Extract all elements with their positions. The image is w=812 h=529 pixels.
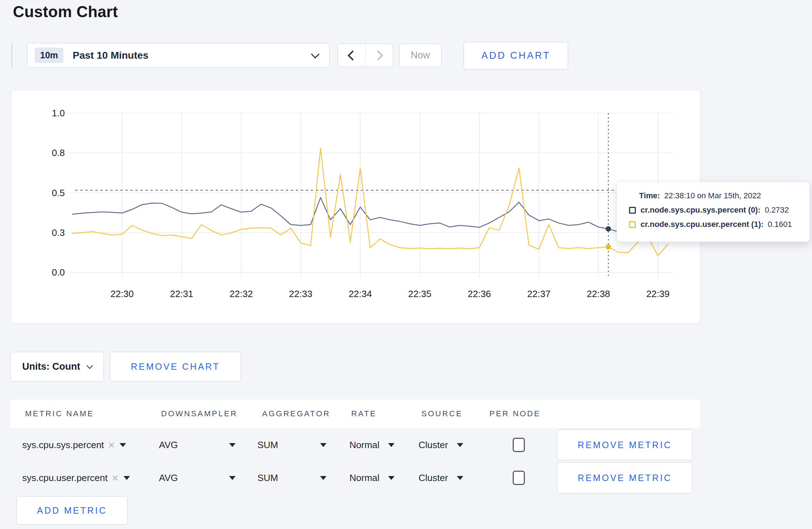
tooltip-series-value: 0.1601 — [768, 220, 792, 229]
y-axis-label: 0.8 — [52, 147, 65, 158]
x-axis-label: 22:31 — [170, 288, 193, 299]
add-chart-button[interactable]: ADD CHART — [464, 42, 568, 69]
add-metric-button[interactable]: ADD METRIC — [16, 496, 127, 525]
hover-dot-1 — [606, 244, 611, 249]
rate-select[interactable]: Normal — [349, 469, 395, 487]
column-header-metric-name: METRIC NAME — [25, 399, 94, 428]
series-line-1 — [72, 148, 668, 256]
metric-name-select[interactable]: sys.cpu.sys.percent × — [22, 436, 134, 454]
source-select[interactable]: Cluster — [419, 469, 463, 487]
custom-chart-page: Custom Chart 10m Past 10 Minutes Now ADD… — [0, 0, 812, 529]
chart-tooltip: Time: 22:38:10 on Mar 15th, 2022 cr.node… — [617, 182, 810, 242]
x-axis-label: 22:37 — [527, 288, 551, 299]
rate-value: Normal — [349, 440, 380, 451]
y-axis-label: 0.5 — [52, 188, 65, 198]
dropdown-arrow-icon — [124, 476, 130, 480]
tooltip-series-row: cr.node.sys.cpu.sys.percent (0): 0.2732 — [629, 205, 806, 215]
metrics-table-header: METRIC NAME DOWNSAMPLER AGGREGATOR RATE … — [10, 399, 700, 428]
rate-value: Normal — [349, 472, 380, 484]
tooltip-time-label: Time: — [639, 191, 660, 200]
time-range-badge: 10m — [35, 48, 63, 63]
column-header-per-node: PER NODE — [489, 399, 541, 428]
column-header-source: SOURCE — [421, 399, 463, 428]
x-axis-label: 22:32 — [229, 288, 253, 299]
chevron-left-icon — [348, 50, 358, 60]
dropdown-arrow-icon — [320, 476, 327, 480]
y-axis-label: 0.3 — [52, 227, 65, 238]
y-axis-label: 0.0 — [52, 267, 65, 278]
series-swatch-icon — [629, 207, 636, 214]
time-range-select[interactable]: 10m Past 10 Minutes — [27, 43, 329, 68]
source-value: Cluster — [419, 440, 448, 451]
aggregator-value: SUM — [257, 440, 278, 451]
tooltip-series-label: cr.node.sys.cpu.sys.percent (0): — [641, 205, 760, 215]
dropdown-arrow-icon — [457, 476, 463, 480]
dropdown-arrow-icon — [120, 443, 126, 447]
x-axis-label: 22:38 — [587, 288, 610, 299]
chevron-down-icon — [86, 362, 93, 369]
toolbar-divider — [11, 43, 12, 68]
rate-select[interactable]: Normal — [349, 436, 395, 454]
column-header-aggregator: AGGREGATOR — [262, 399, 330, 428]
units-select[interactable]: Units: Count — [10, 352, 104, 382]
units-label: Units: Count — [22, 361, 80, 372]
x-axis-label: 22:36 — [468, 288, 491, 299]
chevron-down-icon — [311, 50, 319, 58]
series-line-0 — [72, 198, 668, 232]
dropdown-arrow-icon — [457, 443, 463, 447]
tooltip-time-row: Time: 22:38:10 on Mar 15th, 2022 — [639, 191, 806, 200]
remove-metric-button[interactable]: REMOVE METRIC — [557, 462, 692, 493]
dropdown-arrow-icon — [320, 443, 327, 447]
source-value: Cluster — [419, 472, 448, 484]
per-node-checkbox[interactable] — [513, 438, 525, 452]
now-button[interactable]: Now — [399, 44, 441, 67]
remove-chart-button[interactable]: REMOVE CHART — [110, 352, 241, 382]
metric-name-value: sys.cpu.user.percent — [22, 472, 107, 484]
dropdown-arrow-icon — [229, 443, 236, 447]
per-node-checkbox[interactable] — [513, 471, 525, 485]
hover-dot-0 — [606, 226, 611, 232]
aggregator-select[interactable]: SUM — [257, 469, 327, 487]
prev-time-button[interactable] — [338, 44, 365, 67]
series-swatch-icon — [629, 221, 636, 228]
chart-card: 0.00.30.50.81.022:3022:3122:3222:3322:34… — [11, 90, 700, 324]
dropdown-arrow-icon — [229, 476, 236, 480]
column-header-rate: RATE — [351, 399, 377, 428]
downsampler-value: AVG — [159, 472, 178, 484]
source-select[interactable]: Cluster — [419, 436, 463, 454]
column-header-downsampler: DOWNSAMPLER — [161, 399, 237, 428]
x-axis-label: 22:35 — [408, 288, 431, 299]
aggregator-value: SUM — [257, 472, 278, 484]
metric-name-value: sys.cpu.sys.percent — [22, 440, 104, 451]
clear-icon[interactable]: × — [108, 440, 115, 451]
aggregator-select[interactable]: SUM — [257, 436, 327, 454]
x-axis-label: 22:39 — [646, 288, 670, 299]
time-nav-group — [338, 44, 393, 67]
dropdown-arrow-icon — [388, 476, 395, 480]
y-axis-label: 1.0 — [52, 108, 65, 118]
tooltip-series-value: 0.2732 — [765, 205, 789, 215]
time-range-label: Past 10 Minutes — [73, 50, 149, 61]
metric-name-select[interactable]: sys.cpu.user.percent × — [22, 469, 134, 487]
dropdown-arrow-icon — [388, 443, 395, 447]
clear-icon[interactable]: × — [112, 472, 118, 484]
cpu-percent-chart[interactable]: 0.00.30.50.81.022:3022:3122:3222:3322:34… — [11, 90, 701, 324]
chevron-right-icon — [373, 50, 383, 60]
page-title: Custom Chart — [13, 3, 118, 21]
next-time-button[interactable] — [365, 44, 393, 67]
downsampler-select[interactable]: AVG — [159, 469, 236, 487]
x-axis-label: 22:34 — [349, 288, 372, 299]
tooltip-time-value: 22:38:10 on Mar 15th, 2022 — [664, 191, 761, 200]
tooltip-series-row: cr.node.sys.cpu.user.percent (1): 0.1601 — [629, 220, 806, 229]
downsampler-select[interactable]: AVG — [159, 436, 236, 454]
x-axis-label: 22:30 — [110, 288, 134, 299]
x-axis-label: 22:33 — [289, 288, 312, 299]
downsampler-value: AVG — [159, 440, 178, 451]
tooltip-series-label: cr.node.sys.cpu.user.percent (1): — [641, 220, 764, 229]
remove-metric-button[interactable]: REMOVE METRIC — [557, 429, 692, 460]
